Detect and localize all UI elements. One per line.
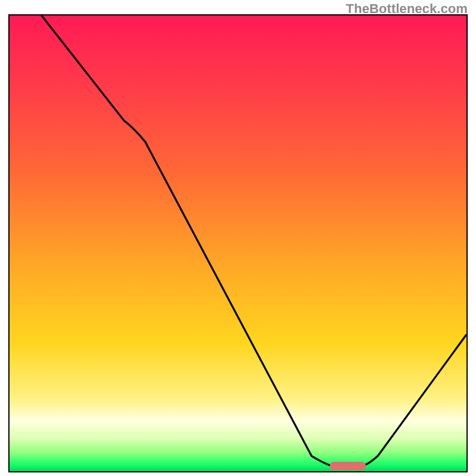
chart-frame — [8, 14, 468, 472]
minimum-marker — [330, 462, 366, 470]
bottleneck-curve — [10, 15, 466, 471]
curve-path — [42, 15, 466, 466]
